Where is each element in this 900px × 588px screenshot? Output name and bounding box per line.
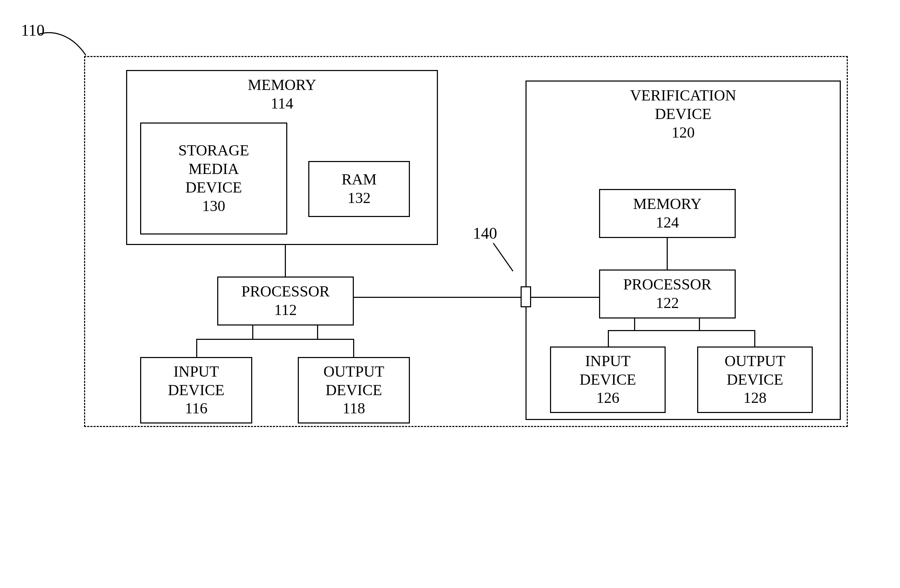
conn-proc-to-output-left xyxy=(353,339,354,357)
output-left-title-l1: OUTPUT xyxy=(323,363,384,381)
output-right-ref: 128 xyxy=(743,389,767,407)
output-right-title-l2: DEVICE xyxy=(726,371,783,389)
interconnect-ref-label: 140 xyxy=(473,224,497,243)
conn-proc-down-right-b xyxy=(699,319,700,331)
conn-mem-proc-right xyxy=(667,238,668,269)
storage-title-line1: STORAGE xyxy=(178,141,249,160)
diagram-canvas: 110 MEMORY 114 STORAGE MEDIA DEVICE 130 … xyxy=(0,0,900,588)
processor-right-block: PROCESSOR 122 xyxy=(599,269,736,319)
input-right-title-l1: INPUT xyxy=(585,352,631,371)
ram-ref: 132 xyxy=(348,189,371,207)
input-left-block: INPUT DEVICE 116 xyxy=(140,357,252,424)
output-left-title-l2: DEVICE xyxy=(326,381,382,400)
storage-media-device-block: STORAGE MEDIA DEVICE 130 xyxy=(140,122,287,235)
processor-left-title: PROCESSOR xyxy=(241,282,330,301)
processor-left-ref: 112 xyxy=(274,301,297,320)
conn-mem-proc-left xyxy=(285,245,286,277)
output-left-ref: 118 xyxy=(343,399,365,418)
input-left-ref: 116 xyxy=(185,399,207,418)
conn-proc-down-left-a xyxy=(252,325,253,339)
conn-proc-down-right-a xyxy=(634,319,635,331)
input-right-block: INPUT DEVICE 126 xyxy=(550,347,666,413)
interconnect-box xyxy=(521,286,531,307)
processor-right-ref: 122 xyxy=(656,294,679,313)
memory-right-ref: 124 xyxy=(656,214,679,232)
output-right-block: OUTPUT DEVICE 128 xyxy=(697,347,813,413)
processor-left-block: PROCESSOR 112 xyxy=(217,277,354,325)
conn-proc-left-to-interconnect xyxy=(354,297,521,298)
conn-proc-to-input-left xyxy=(196,339,197,357)
conn-proc-down-left-b xyxy=(317,325,318,339)
memory-title: MEMORY xyxy=(248,76,317,94)
input-left-title-l2: DEVICE xyxy=(168,381,224,400)
ram-block: RAM 132 xyxy=(308,161,410,217)
verification-title-l2: DEVICE xyxy=(655,105,711,124)
output-right-title-l1: OUTPUT xyxy=(725,352,785,371)
storage-title-line3: DEVICE xyxy=(185,178,242,197)
input-left-title-l1: INPUT xyxy=(174,363,219,381)
conn-interconnect-to-proc-right xyxy=(531,297,599,298)
input-right-title-l2: DEVICE xyxy=(579,371,636,389)
ram-title: RAM xyxy=(341,170,377,189)
memory-right-block: MEMORY 124 xyxy=(599,189,736,238)
conn-proc-to-output-right xyxy=(754,330,755,347)
memory-right-title: MEMORY xyxy=(633,195,702,214)
conn-proc-down-right-hz xyxy=(608,330,755,331)
output-left-block: OUTPUT DEVICE 118 xyxy=(298,357,410,424)
verification-title-l1: VERIFICATION xyxy=(630,87,736,105)
system-ref-leader xyxy=(39,28,91,63)
verification-ref: 120 xyxy=(672,124,695,142)
input-right-ref: 126 xyxy=(596,389,619,407)
storage-title-line2: MEDIA xyxy=(188,160,239,178)
conn-proc-down-left-hz xyxy=(196,339,354,340)
processor-right-title: PROCESSOR xyxy=(623,275,712,294)
memory-ref: 114 xyxy=(271,94,293,113)
conn-proc-to-input-right xyxy=(608,330,609,347)
storage-ref: 130 xyxy=(202,197,225,216)
